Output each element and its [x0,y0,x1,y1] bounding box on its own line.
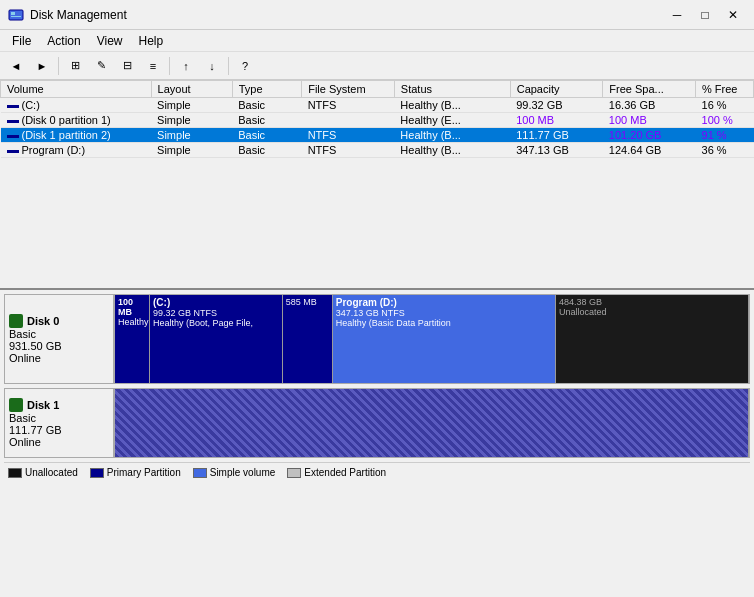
menu-action[interactable]: Action [39,32,88,50]
toolbar-sep-2 [169,57,170,75]
legend: Unallocated Primary Partition Simple vol… [4,462,750,482]
app-icon [8,7,24,23]
disk0-part3-size: 585 MB [286,297,329,307]
legend-simple: Simple volume [193,467,276,478]
cell-fs: NTFS [302,128,395,143]
cell-volume: (Disk 1 partition 2) [1,128,152,143]
cell-pct: 100 % [696,113,754,128]
cell-capacity: 347.13 GB [510,143,603,158]
cell-fs [302,113,395,128]
toolbar-up[interactable]: ⊞ [63,55,87,77]
legend-unallocated: Unallocated [8,467,78,478]
cell-status: Healthy (B... [394,98,510,113]
cell-layout: Simple [151,143,232,158]
disk0-part4-status: Healthy (Basic Data Partition [336,318,552,328]
toolbar-properties[interactable]: ≡ [141,55,165,77]
col-header-status: Status [394,81,510,98]
menu-file[interactable]: File [4,32,39,50]
cell-pct: 91 % [696,128,754,143]
close-button[interactable]: ✕ [720,5,746,25]
svg-rect-1 [11,12,15,15]
menu-help[interactable]: Help [131,32,172,50]
toolbar: ◄ ► ⊞ ✎ ⊟ ≡ ↑ ↓ ? [0,52,754,80]
disk0-name: Disk 0 [27,315,59,327]
disk0-part4[interactable]: Program (D:) 347.13 GB NTFS Healthy (Bas… [333,295,556,383]
disk0-label: Disk 0 Basic 931.50 GB Online [4,294,114,384]
col-header-volume: Volume [1,81,152,98]
disk0-unalloc-size: 484.38 GB [559,297,745,307]
cell-pct: 16 % [696,98,754,113]
legend-simple-label: Simple volume [210,467,276,478]
toolbar-edit[interactable]: ✎ [89,55,113,77]
cell-free: 124.64 GB [603,143,696,158]
svg-rect-2 [11,16,21,17]
disk1-size: 111.77 GB [9,424,109,436]
disk0-unalloc-label: Unallocated [559,307,745,317]
legend-primary: Primary Partition [90,467,181,478]
cell-free: 100 MB [603,113,696,128]
cell-status: Healthy (B... [394,128,510,143]
legend-primary-label: Primary Partition [107,467,181,478]
col-header-layout: Layout [151,81,232,98]
col-header-type: Type [232,81,302,98]
legend-extended: Extended Partition [287,467,386,478]
toolbar-refresh-up[interactable]: ↑ [174,55,198,77]
disk1-part1[interactable] [115,389,749,457]
volume-table: Volume Layout Type File System Status Ca… [0,80,754,290]
disk0-partitions: 100 MB Healthy (C:) 99.32 GB NTFS Health… [114,294,750,384]
menu-view[interactable]: View [89,32,131,50]
title-bar-text: Disk Management [30,8,664,22]
minimize-button[interactable]: ─ [664,5,690,25]
disk0-part2-label: (C:) [153,297,279,308]
col-header-freepct: % Free [696,81,754,98]
toolbar-refresh-down[interactable]: ↓ [200,55,224,77]
cell-status: Healthy (B... [394,143,510,158]
legend-simple-color [193,468,207,478]
disk0-type: Basic [9,328,109,340]
col-header-fs: File System [302,81,395,98]
disk0-part2[interactable]: (C:) 99.32 GB NTFS Healthy (Boot, Page F… [150,295,283,383]
table-row[interactable]: Program (D:) Simple Basic NTFS Healthy (… [1,143,754,158]
cell-capacity: 99.32 GB [510,98,603,113]
disk0-part4-label: Program (D:) [336,297,552,308]
cell-type: Basic [232,143,302,158]
title-bar-buttons: ─ □ ✕ [664,5,746,25]
toolbar-help[interactable]: ? [233,55,257,77]
cell-free: 16.36 GB [603,98,696,113]
disk1-name: Disk 1 [27,399,59,411]
disk0-part2-size: 99.32 GB NTFS [153,308,279,318]
cell-fs: NTFS [302,98,395,113]
table-row[interactable]: (Disk 0 partition 1) Simple Basic Health… [1,113,754,128]
maximize-button[interactable]: □ [692,5,718,25]
toolbar-back[interactable]: ◄ [4,55,28,77]
cell-volume: (C:) [1,98,152,113]
toolbar-forward[interactable]: ► [30,55,54,77]
toolbar-sep-3 [228,57,229,75]
menu-bar: File Action View Help [0,30,754,52]
disk0-indicator [9,314,23,328]
toolbar-delete[interactable]: ⊟ [115,55,139,77]
disk1-status: Online [9,436,109,448]
title-bar: Disk Management ─ □ ✕ [0,0,754,30]
disk0-unalloc[interactable]: 484.38 GB Unallocated [556,295,749,383]
disk0-part1-status: Healthy [118,317,146,327]
disk1-type: Basic [9,412,109,424]
cell-volume: (Disk 0 partition 1) [1,113,152,128]
disk1-label: Disk 1 Basic 111.77 GB Online [4,388,114,458]
disk0-part1[interactable]: 100 MB Healthy [115,295,150,383]
disk0-part4-size: 347.13 GB NTFS [336,308,552,318]
cell-status: Healthy (E... [394,113,510,128]
cell-pct: 36 % [696,143,754,158]
table-row[interactable]: (C:) Simple Basic NTFS Healthy (B... 99.… [1,98,754,113]
disk0-part3[interactable]: 585 MB [283,295,333,383]
col-header-capacity: Capacity [510,81,603,98]
disk0-part1-size: 100 MB [118,297,146,317]
main-content: Volume Layout Type File System Status Ca… [0,80,754,597]
table-row[interactable]: (Disk 1 partition 2) Simple Basic NTFS H… [1,128,754,143]
cell-type: Basic [232,128,302,143]
legend-extended-label: Extended Partition [304,467,386,478]
legend-unalloc-label: Unallocated [25,467,78,478]
disk0-size: 931.50 GB [9,340,109,352]
cell-fs: NTFS [302,143,395,158]
disk1-row: Disk 1 Basic 111.77 GB Online [4,388,750,458]
